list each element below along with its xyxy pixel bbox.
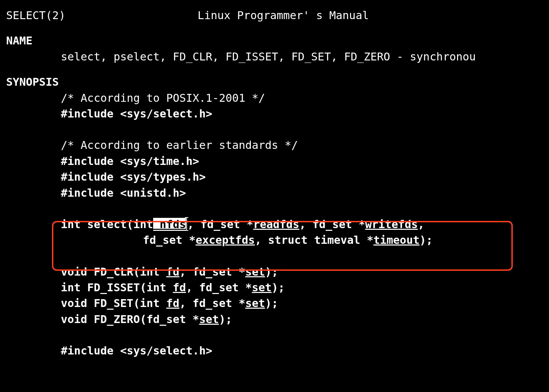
proto-fd-zero: void FD_ZERO(fd_set *set); <box>6 311 543 327</box>
include-sys-select: #include <sys/select.h> <box>6 106 543 122</box>
blank-line <box>6 327 543 343</box>
param-fd: fd <box>166 297 179 310</box>
proto-text: , fd_set * <box>179 265 245 278</box>
param-set: set <box>245 297 265 310</box>
include-sys-time: #include <sys/time.h> <box>6 153 543 169</box>
param-readfds: readfds <box>253 218 299 231</box>
section-name-heading: NAME <box>6 33 543 48</box>
selected-text-nfds[interactable]: nfds <box>153 218 186 231</box>
proto-fd-set: void FD_SET(int fd, fd_set *set); <box>6 295 543 311</box>
proto-text: , struct timeval * <box>255 234 374 247</box>
proto-text: , <box>418 218 424 231</box>
blank-line <box>6 201 543 216</box>
proto-text: ); <box>265 265 278 278</box>
include-sys-select-2: #include <sys/select.h> <box>6 343 543 359</box>
proto-text: void FD_CLR(int <box>61 265 166 278</box>
proto-fd-clr: void FD_CLR(int fd, fd_set *set); <box>6 264 543 280</box>
proto-text: ); <box>419 234 433 247</box>
proto-text: , fd_set * <box>187 218 253 231</box>
proto-text: , fd_set * <box>179 297 245 310</box>
blank-line <box>6 122 543 137</box>
proto-fd-isset: int FD_ISSET(int fd, fd_set *set); <box>6 280 543 295</box>
proto-text: ); <box>272 281 285 294</box>
param-exceptfds: exceptfds <box>196 234 255 247</box>
param-writefds: writefds <box>365 218 418 231</box>
header-center: Linux Programmer' s Manual <box>198 8 369 23</box>
param-set: set <box>245 265 265 278</box>
param-set: set <box>199 313 219 326</box>
comment-earlier: /* According to earlier standards */ <box>6 137 543 153</box>
param-timeout: timeout <box>373 234 419 247</box>
param-fd: fd <box>173 281 186 294</box>
proto-text: fd_set * <box>143 234 196 247</box>
proto-text: void FD_ZERO(fd_set * <box>61 313 199 326</box>
proto-text: ); <box>219 313 232 326</box>
proto-text: ); <box>265 297 278 310</box>
proto-text: void FD_SET(int <box>61 297 166 310</box>
proto-text: , fd_set * <box>186 281 252 294</box>
header-left: SELECT(2) <box>6 8 198 23</box>
comment-posix: /* According to POSIX.1-2001 */ <box>6 90 543 106</box>
manpage-header: SELECT(2) Linux Programmer' s Manual <box>6 8 543 23</box>
proto-text: int FD_ISSET(int <box>61 281 173 294</box>
text-cursor-icon <box>186 218 187 230</box>
section-synopsis-heading: SYNOPSIS <box>6 74 543 90</box>
proto-text: int select(int <box>61 218 153 231</box>
proto-text: , fd_set * <box>299 218 365 231</box>
name-description: select, pselect, FD_CLR, FD_ISSET, FD_SE… <box>6 49 543 65</box>
param-fd: fd <box>166 265 179 278</box>
param-set: set <box>252 281 272 294</box>
proto-select-line1[interactable]: int select(int nfds, fd_set *readfds, fd… <box>6 216 543 232</box>
proto-select-line2[interactable]: fd_set *exceptfds, struct timeval *timeo… <box>6 232 543 248</box>
include-unistd: #include <unistd.h> <box>6 185 543 201</box>
manpage-viewport[interactable]: SELECT(2) Linux Programmer' s Manual NAM… <box>0 0 549 366</box>
include-sys-types: #include <sys/types.h> <box>6 169 543 185</box>
blank-line <box>6 248 543 264</box>
